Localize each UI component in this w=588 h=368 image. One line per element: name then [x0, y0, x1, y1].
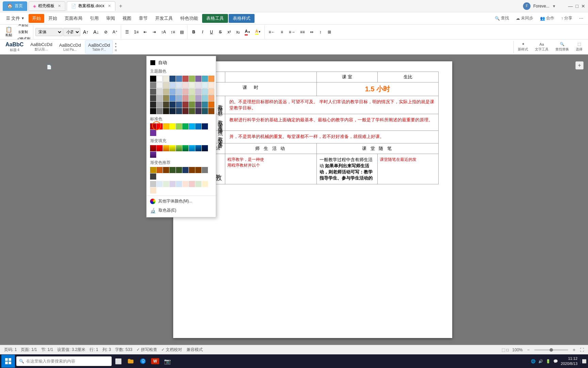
grad-rec-cell2[interactable] — [182, 181, 189, 187]
bold-button[interactable]: B — [190, 27, 198, 37]
notification-icon[interactable]: 💬 — [553, 359, 558, 364]
layout-icons[interactable]: ⬚ □ — [502, 348, 509, 352]
font-size-decrease[interactable]: A↓ — [91, 27, 101, 37]
theme-color-cell[interactable] — [202, 102, 208, 108]
theme-color-cell[interactable] — [189, 89, 195, 95]
grad-rec-cell[interactable] — [169, 167, 176, 173]
grad-color-yellow[interactable] — [169, 145, 176, 151]
taskbar-search-input[interactable] — [26, 359, 109, 364]
distribute-button[interactable]: ⇔ — [308, 27, 316, 37]
tab-template-close[interactable]: ✕ — [58, 4, 61, 8]
cell-topic-value[interactable] — [225, 72, 316, 82]
theme-color-cell[interactable] — [189, 108, 195, 114]
grad-color-purple[interactable] — [150, 152, 156, 158]
cell-notes-value[interactable]: 课堂随笔在最近的发 — [377, 154, 438, 184]
theme-color-cell[interactable] — [182, 108, 189, 114]
theme-color-cell[interactable] — [202, 82, 208, 88]
show-desktop-icon[interactable]: ⬜ — [580, 359, 587, 364]
sync-status[interactable]: ☁ 未同步 — [514, 14, 535, 22]
theme-color-cell[interactable] — [176, 89, 182, 95]
theme-color-cell[interactable] — [163, 89, 169, 95]
text-tools-button[interactable]: Aa 文字工具 — [532, 41, 551, 53]
style-expand[interactable]: ⊞ — [114, 49, 117, 52]
underline-button[interactable]: U — [207, 27, 215, 37]
cell-activity-value[interactable]: 一般教学过程中含有师生活 动 如果单列出来写师生活动，则老师活动可写：教学指导学… — [316, 154, 377, 184]
theme-color-cell[interactable] — [176, 102, 182, 108]
std-color-red[interactable] — [157, 123, 163, 129]
numbering-button[interactable]: 1≡ — [132, 27, 141, 37]
line-spacing-button[interactable]: ↕≡ — [168, 27, 177, 37]
theme-color-cell[interactable] — [169, 82, 176, 88]
auto-color-option[interactable]: 自动 — [147, 58, 216, 67]
theme-color-cell[interactable] — [195, 76, 201, 82]
theme-color-cell[interactable] — [208, 102, 214, 108]
menu-hamburger[interactable]: ☰ 文件 ▼ — [3, 14, 28, 23]
theme-color-cell[interactable] — [157, 82, 163, 88]
theme-color-cell[interactable] — [182, 102, 189, 108]
grad-rec-cell2[interactable] — [157, 181, 163, 187]
zoom-slider[interactable] — [534, 349, 568, 351]
collaborate-button[interactable]: 👥 合作 — [538, 14, 556, 22]
font-family-select[interactable]: 宋体 — [35, 28, 63, 36]
theme-color-cell[interactable] — [208, 108, 214, 114]
more-colors-button[interactable]: 其他字体颜色(M)... — [147, 197, 216, 206]
grad-rec-cell[interactable] — [163, 167, 169, 173]
theme-color-cell[interactable] — [169, 108, 176, 114]
theme-color-cell[interactable] — [189, 82, 195, 88]
theme-color-cell[interactable] — [208, 76, 214, 82]
menu-features[interactable]: 特色功能 — [177, 14, 201, 23]
grad-rec-cell2[interactable] — [163, 181, 169, 187]
select-button[interactable]: ⬚ 选择 — [573, 41, 585, 53]
highlight-button[interactable]: A ▼ — [253, 27, 263, 37]
grad-color-red[interactable] — [157, 145, 163, 151]
theme-color-cell[interactable] — [195, 95, 201, 101]
taskbar-camera[interactable]: 📷 — [162, 356, 173, 367]
grad-rec-cell2[interactable] — [176, 181, 182, 187]
cell-method-value[interactable]: 程序教学，是一种使 用程序教材并以个 — [225, 154, 316, 184]
theme-color-cell[interactable] — [169, 102, 176, 108]
theme-color-cell[interactable] — [150, 76, 156, 82]
theme-color-cell[interactable] — [157, 108, 163, 114]
theme-color-cell[interactable] — [169, 76, 176, 82]
menu-insert[interactable]: 开始 — [45, 14, 61, 23]
zoom-plus-button[interactable]: + — [575, 61, 584, 70]
style-heading4[interactable]: AaBbC 标题 4 — [3, 40, 26, 54]
menu-layout[interactable]: 页面布局 — [61, 14, 86, 23]
theme-color-cell[interactable] — [195, 89, 201, 95]
align-center-button[interactable]: ≡ — [278, 27, 286, 37]
theme-color-cell[interactable] — [157, 76, 163, 82]
doc-align[interactable]: ✓ 文档校对 — [161, 347, 182, 353]
theme-color-cell[interactable] — [176, 95, 182, 101]
cell-objectives-value[interactable]: 的。不是理想目标那样的遥远，可望不可及。 半时人们常说的教学目标，明的情况下，实… — [225, 96, 438, 114]
align-left-button[interactable]: ≡← — [267, 27, 277, 37]
menu-chapter[interactable]: 章节 — [135, 14, 151, 23]
document-area[interactable]: 课题 课 室 生比 课 时 1.5 小时 教学目标 的。不是理想目标那样的遥 — [54, 55, 571, 345]
grad-rec-cell[interactable] — [150, 167, 156, 173]
theme-color-cell[interactable] — [150, 102, 156, 108]
std-color-yellow[interactable] — [169, 123, 176, 129]
line-spacing2-button[interactable]: ↕ — [316, 27, 325, 37]
theme-color-cell[interactable] — [202, 76, 208, 82]
theme-color-cell[interactable] — [157, 89, 163, 95]
menu-start[interactable]: 开始 — [29, 14, 44, 23]
font-size-increase[interactable]: A↑ — [81, 27, 91, 37]
menu-devtools[interactable]: 开发工具 — [152, 14, 176, 23]
cell-prep-value[interactable]: 并，不是简单的机械的重复。每堂课都不一样，若不好好准备，就很难上好课。 — [225, 131, 438, 143]
theme-color-cell[interactable] — [208, 95, 214, 101]
tab-doc[interactable]: 📄 教案模板.docx ✕ — [67, 1, 115, 11]
theme-color-cell[interactable] — [150, 95, 156, 101]
style-scroll-down[interactable]: ▼ — [114, 45, 117, 48]
menu-table-style[interactable]: 表格样式 — [229, 14, 255, 23]
grad-rec-cell2[interactable] — [150, 181, 156, 187]
shading-button[interactable]: ▤ — [178, 27, 186, 37]
std-color-darkblue[interactable] — [202, 123, 208, 129]
more-menu[interactable]: ⋯ — [577, 15, 585, 22]
grad-rec-cell[interactable] — [202, 167, 208, 173]
share-button[interactable]: ↑ 分享 — [559, 14, 574, 22]
start-button[interactable] — [1, 355, 15, 368]
taskbar-explorer[interactable] — [125, 356, 136, 367]
theme-color-cell[interactable] — [176, 82, 182, 88]
std-color-green[interactable] — [182, 123, 189, 129]
theme-color-cell[interactable] — [169, 89, 176, 95]
grad-color-darkred[interactable] — [150, 145, 156, 151]
